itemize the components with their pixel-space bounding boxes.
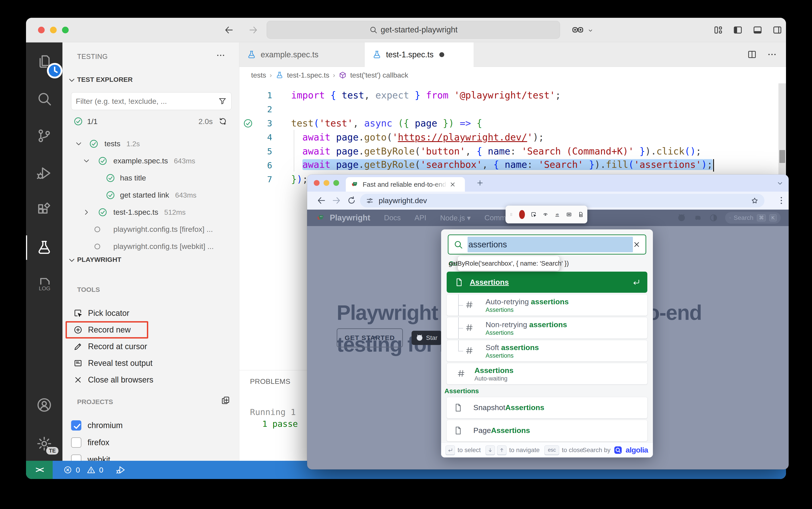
scrollbar-handle[interactable]: [779, 150, 785, 163]
docsearch-input[interactable]: assertions: [448, 235, 646, 254]
breadcrumb-symbol[interactable]: test('test') callback: [350, 71, 408, 79]
url-text[interactable]: playwright.dev: [379, 196, 746, 205]
test-tree-item[interactable]: has title: [63, 169, 239, 186]
search-result[interactable]: SnapshotAssertions: [447, 397, 647, 418]
test-tree-item[interactable]: playwright.config.ts [webkit] ...: [63, 238, 239, 255]
toggle-sidebar-button[interactable]: [733, 25, 743, 35]
nav-link-api[interactable]: API: [415, 214, 426, 222]
browser-menu-icon[interactable]: [776, 196, 786, 205]
new-window-icon[interactable]: [221, 396, 231, 405]
clear-search-icon[interactable]: [633, 240, 641, 248]
test-filter[interactable]: [71, 92, 232, 110]
discord-icon[interactable]: [693, 213, 702, 222]
split-editor-icon[interactable]: [747, 49, 757, 60]
close-window-button[interactable]: [314, 180, 320, 186]
algolia-brand[interactable]: algolia: [626, 446, 648, 454]
record-button[interactable]: [519, 210, 525, 219]
test-tree-item[interactable]: get started link 643ms: [63, 186, 239, 204]
minimize-window-button[interactable]: [50, 27, 57, 33]
site-search-button[interactable]: Search ⌘ K: [725, 212, 781, 224]
assert-value-icon[interactable]: [566, 210, 572, 219]
project-checkbox[interactable]: [71, 420, 81, 431]
tab-search-chevron-icon[interactable]: [776, 180, 783, 187]
bookmark-star-icon[interactable]: [751, 197, 759, 205]
close-window-button[interactable]: [38, 27, 45, 33]
activity-item-settings[interactable]: TE: [26, 427, 63, 460]
tool-record-at-cursor[interactable]: Record at cursor: [63, 338, 239, 355]
chevron-down-icon[interactable]: [67, 256, 76, 265]
nav-link-nodejs[interactable]: Node.js ▾: [440, 214, 471, 222]
project-checkbox[interactable]: [71, 437, 81, 448]
get-started-button[interactable]: GET STARTED: [337, 328, 403, 347]
gutter-pass-icon[interactable]: [243, 118, 253, 129]
debug-status-icon[interactable]: [116, 465, 126, 475]
browser-back-button[interactable]: [316, 196, 326, 205]
chevron-down-icon[interactable]: [74, 140, 83, 148]
test-explorer-header[interactable]: TEST EXPLORER: [77, 76, 133, 83]
search-result[interactable]: Auto-retrying assertionsAssertions: [447, 295, 647, 316]
chevron-down-icon[interactable]: [67, 76, 76, 85]
playwright-section-header[interactable]: PLAYWRIGHT: [77, 256, 121, 263]
browser-tab[interactable]: Fast and reliable end-to-end: [346, 177, 465, 192]
test-tree-item[interactable]: tests 1.2s: [63, 135, 239, 152]
assert-visibility-icon[interactable]: [542, 210, 549, 219]
tool-pick-locator[interactable]: Pick locator: [63, 305, 239, 321]
zoom-window-button[interactable]: [62, 27, 69, 33]
command-center-search[interactable]: get-started-playwright: [267, 21, 560, 39]
code-line[interactable]: 5 await page.getByRole('button', { name:…: [239, 144, 786, 158]
search-result[interactable]: PageAssertions: [447, 420, 647, 441]
drag-handle-icon[interactable]: [509, 210, 513, 219]
tool-reveal-test-output[interactable]: Reveal test output: [63, 355, 239, 371]
code-line[interactable]: 1import { test, expect } from '@playwrig…: [239, 88, 786, 102]
warning-count[interactable]: 0: [99, 466, 103, 474]
activity-item-output-log[interactable]: LOG: [26, 268, 63, 301]
search-result[interactable]: Soft assertionsAssertions: [447, 340, 647, 362]
customize-layout-button[interactable]: [713, 25, 724, 35]
search-result[interactable]: AssertionsAuto-waiting: [447, 363, 647, 384]
activity-item-accounts[interactable]: [26, 388, 63, 422]
activity-item-explorer[interactable]: [26, 45, 63, 78]
zoom-window-button[interactable]: [333, 180, 339, 186]
activity-item-source-control[interactable]: [26, 119, 63, 152]
test-tree-item[interactable]: test-1.spec.ts 512ms: [63, 204, 239, 221]
error-count[interactable]: 0: [76, 466, 80, 474]
project-webkit[interactable]: webkit: [63, 451, 239, 461]
chevron-down-icon[interactable]: [82, 157, 91, 165]
close-tab-icon[interactable]: [449, 181, 456, 188]
pick-locator-icon[interactable]: [531, 210, 537, 219]
theme-toggle-icon[interactable]: [709, 213, 718, 222]
tool-close-all-browsers[interactable]: Close all browsers: [63, 371, 239, 388]
project-firefox[interactable]: firefox: [63, 434, 239, 451]
activity-item-extensions[interactable]: [26, 194, 63, 227]
project-checkbox[interactable]: [71, 454, 81, 461]
breadcrumb-file[interactable]: test-1.spec.ts: [287, 71, 329, 79]
activity-item-search[interactable]: [26, 82, 63, 115]
github-star-button[interactable]: Star: [412, 331, 442, 345]
github-icon[interactable]: [677, 213, 686, 222]
filter-icon[interactable]: [218, 97, 227, 106]
search-result[interactable]: Non-retrying assertionsAssertions: [447, 317, 647, 339]
dirty-indicator[interactable]: [439, 52, 444, 57]
tab-example-spec[interactable]: example.spec.ts: [239, 42, 364, 67]
filter-input[interactable]: [76, 97, 218, 106]
code-line[interactable]: 6 await page.getByRole('searchbox', { na…: [239, 158, 786, 172]
nav-link-docs[interactable]: Docs: [384, 214, 401, 222]
site-settings-icon[interactable]: [366, 197, 374, 205]
remote-indicator[interactable]: ><: [26, 461, 53, 479]
assert-snapshot-icon[interactable]: [578, 210, 584, 219]
assert-text-icon[interactable]: ab: [554, 210, 560, 219]
breadcrumb[interactable]: tests › test-1.spec.ts › test('test') ca…: [239, 67, 786, 83]
errors-icon[interactable]: [63, 466, 72, 474]
code-line[interactable]: 3test('test', async ({ page }) => {: [239, 116, 786, 130]
more-actions-icon[interactable]: [767, 49, 777, 60]
history-forward-button[interactable]: [248, 25, 258, 35]
copilot-icon[interactable]: [571, 24, 584, 36]
search-query[interactable]: assertions: [468, 240, 507, 249]
more-actions-icon[interactable]: [216, 50, 225, 60]
toggle-panel-button[interactable]: [752, 25, 763, 35]
code-line[interactable]: 4 await page.goto('https://playwright.de…: [239, 130, 786, 144]
address-bar[interactable]: playwright.dev: [360, 194, 765, 207]
reload-button[interactable]: [347, 196, 356, 205]
browser-forward-button[interactable]: [331, 196, 341, 205]
test-tree-item[interactable]: playwright.config.ts [firefox] ...: [63, 221, 239, 238]
